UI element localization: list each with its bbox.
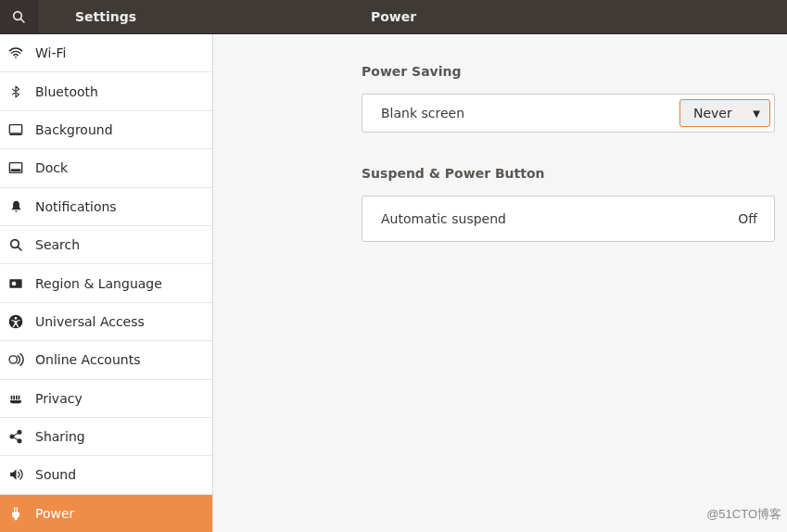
sidebar-item-label: Wi-Fi [35,45,66,60]
sidebar-item-label: Universal Access [35,314,145,329]
bluetooth-icon [7,84,24,99]
header-search-button[interactable] [0,0,38,33]
sidebar-item-wifi[interactable]: Wi-Fi [0,34,212,72]
power-icon [7,506,24,521]
sidebar-item-region-language[interactable]: Region & Language [0,264,212,302]
svg-point-12 [15,317,18,320]
sidebar-item-background[interactable]: Background [0,111,212,149]
sidebar-item-label: Online Accounts [35,352,140,367]
svg-point-16 [18,439,21,443]
sidebar-item-label: Power [35,506,74,521]
chevron-down-icon: ▼ [753,108,760,119]
sidebar-item-search[interactable]: Search [0,226,212,264]
online-accounts-icon [7,352,24,367]
sidebar-item-privacy[interactable]: Privacy [0,380,212,418]
universal-access-icon [7,314,24,329]
automatic-suspend-row[interactable]: Automatic suspend Off [362,196,774,241]
svg-line-8 [18,247,21,250]
sidebar-item-label: Background [35,122,113,137]
sidebar-item-sharing[interactable]: Sharing [0,418,212,456]
automatic-suspend-label: Automatic suspend [381,211,506,226]
watermark: @51CTO博客 [706,506,781,523]
search-icon [11,9,26,24]
sharing-icon [7,429,24,444]
svg-point-2 [15,57,17,58]
wifi-icon [7,45,24,60]
background-icon [7,123,24,136]
sidebar-item-label: Notifications [35,199,117,214]
automatic-suspend-value: Off [738,211,774,226]
blank-screen-combobox[interactable]: Never ▼ [679,99,770,127]
panel-title: Power [371,9,416,24]
section-title-suspend: Suspend & Power Button [362,166,775,181]
sidebar-item-label: Dock [35,160,68,175]
sidebar-item-sound[interactable]: Sound [0,456,212,494]
sidebar-item-notifications[interactable]: Notifications [0,188,212,226]
sidebar-item-label: Sharing [35,429,85,444]
svg-rect-3 [9,125,21,133]
sound-icon [7,467,24,482]
svg-point-13 [9,356,17,363]
sidebar-item-label: Sound [35,467,76,482]
svg-line-1 [20,19,24,22]
svg-rect-6 [11,170,21,172]
section-title-power-saving: Power Saving [362,64,775,79]
svg-point-15 [18,430,21,434]
blank-screen-row: Blank screen Never ▼ [362,95,774,132]
blank-screen-value: Never [693,106,732,120]
header-bar: Settings Power [0,0,787,34]
power-saving-card: Blank screen Never ▼ [362,94,775,133]
privacy-icon [7,391,24,406]
region-language-icon [7,277,24,290]
sidebar-item-label: Region & Language [35,276,162,291]
search-icon [7,237,24,252]
sidebar-item-power[interactable]: Power [0,495,212,532]
sidebar-item-label: Search [35,237,80,252]
sidebar-item-label: Bluetooth [35,84,98,99]
sidebar-item-bluetooth[interactable]: Bluetooth [0,72,212,110]
suspend-card: Automatic suspend Off [362,196,775,242]
sidebar: Wi-Fi Bluetooth Background Dock Notifica [0,34,213,532]
svg-line-17 [14,433,19,436]
sidebar-item-label: Privacy [35,391,83,406]
sidebar-item-universal-access[interactable]: Universal Access [0,303,212,341]
blank-screen-label: Blank screen [381,106,464,120]
app-title: Settings [38,9,136,24]
svg-line-18 [14,437,19,440]
sidebar-item-online-accounts[interactable]: Online Accounts [0,341,212,379]
bell-icon [7,199,24,214]
content-panel: Power Saving Blank screen Never ▼ Suspen… [213,34,787,532]
svg-point-10 [12,281,17,285]
dock-icon [7,161,24,174]
sidebar-item-dock[interactable]: Dock [0,149,212,187]
